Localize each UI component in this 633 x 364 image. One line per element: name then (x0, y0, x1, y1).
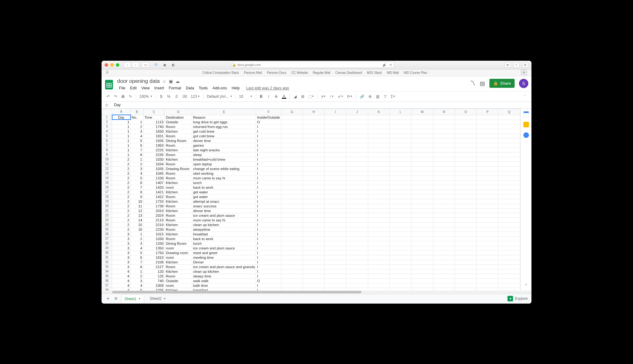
cell[interactable] (477, 232, 498, 236)
cell[interactable] (455, 143, 477, 148)
cell[interactable] (498, 218, 520, 222)
cell[interactable] (303, 260, 325, 264)
cell[interactable]: 2024 (143, 213, 165, 218)
cell[interactable]: Dinner (192, 260, 256, 264)
url-bar[interactable]: 🔒 docs.google.com 🔊 ⟳ (232, 62, 394, 68)
cell[interactable] (368, 274, 390, 278)
cell[interactable] (325, 232, 346, 236)
cell[interactable] (477, 157, 498, 162)
cell[interactable] (477, 134, 498, 138)
cell[interactable]: Room (165, 134, 192, 138)
cell[interactable]: Kitchen (165, 208, 192, 213)
cell[interactable]: 8 (131, 190, 143, 194)
decrease-decimal-button[interactable]: .0 (173, 93, 180, 100)
cell[interactable] (498, 269, 520, 274)
row-header[interactable]: 26 (102, 232, 112, 236)
cell[interactable] (346, 129, 368, 134)
cell[interactable] (281, 162, 303, 166)
cell[interactable] (303, 213, 325, 218)
maximize-window-icon[interactable] (116, 63, 119, 67)
cell[interactable] (346, 264, 368, 269)
row-header[interactable]: 13 (102, 171, 112, 176)
cell[interactable] (477, 236, 498, 241)
side-panel-collapse-icon[interactable]: › (525, 282, 527, 287)
cell[interactable] (346, 115, 368, 120)
cell[interactable] (368, 278, 390, 283)
cell[interactable] (325, 227, 346, 232)
cell[interactable]: 1831 (143, 134, 165, 138)
cell[interactable] (346, 176, 368, 180)
cell[interactable] (455, 157, 477, 162)
account-avatar[interactable]: S (519, 79, 528, 88)
cell[interactable]: I (256, 166, 281, 171)
cell[interactable]: Outside (165, 120, 192, 124)
cell[interactable] (390, 278, 412, 283)
cell[interactable] (498, 143, 520, 148)
cell[interactable] (346, 138, 368, 143)
cell[interactable]: I (256, 227, 281, 232)
audio-icon[interactable]: 🔊 (383, 63, 388, 67)
cell[interactable]: 120 (143, 269, 165, 274)
cell[interactable] (346, 208, 368, 213)
cell[interactable]: I (256, 246, 281, 250)
cell[interactable]: Room (165, 274, 192, 278)
cell[interactable] (433, 241, 455, 246)
cell[interactable]: 6 (131, 143, 143, 148)
cell[interactable] (477, 194, 498, 199)
cell[interactable] (477, 250, 498, 255)
cell[interactable]: get water (192, 190, 256, 194)
cell[interactable] (368, 115, 390, 120)
cell[interactable]: back to work (192, 236, 256, 241)
cell[interactable]: 4 (131, 171, 143, 176)
cell[interactable] (303, 278, 325, 283)
cell[interactable] (281, 148, 303, 152)
cell[interactable] (303, 115, 325, 120)
cell[interactable] (455, 278, 477, 283)
cell[interactable] (281, 185, 303, 190)
cell[interactable]: I (256, 180, 281, 185)
cell[interactable]: start working (192, 171, 256, 176)
cell[interactable] (455, 138, 477, 143)
cell[interactable]: Kitchen (165, 180, 192, 185)
cell[interactable] (412, 185, 433, 190)
row-header[interactable]: 1 (102, 115, 112, 120)
cell[interactable] (368, 143, 390, 148)
cell[interactable] (477, 124, 498, 129)
cell[interactable] (412, 255, 433, 260)
cell[interactable] (346, 204, 368, 208)
cell[interactable] (325, 194, 346, 199)
cell[interactable] (433, 129, 455, 134)
row-header[interactable]: 10 (102, 157, 112, 162)
menu-insert[interactable]: Insert (153, 85, 166, 91)
cell[interactable]: Room (165, 213, 192, 218)
column-header[interactable]: M (412, 109, 433, 115)
cell[interactable] (325, 236, 346, 241)
undo-button[interactable]: ↶ (105, 93, 112, 100)
cell[interactable]: 3 (112, 232, 131, 236)
cell[interactable] (281, 260, 303, 264)
cell[interactable]: 4 (112, 283, 131, 288)
cell[interactable]: 2 (131, 124, 143, 129)
cell[interactable] (455, 241, 477, 246)
cell[interactable] (303, 157, 325, 162)
cell[interactable] (390, 213, 412, 218)
cell[interactable] (498, 120, 520, 124)
cell[interactable] (325, 162, 346, 166)
cell[interactable]: 1030 (143, 157, 165, 162)
cell[interactable] (498, 129, 520, 134)
cell[interactable] (498, 236, 520, 241)
cell[interactable] (390, 162, 412, 166)
cell[interactable] (303, 194, 325, 199)
cell[interactable] (281, 246, 303, 250)
cell[interactable]: 6 (131, 255, 143, 260)
cell[interactable] (325, 269, 346, 274)
cell[interactable]: lunch (192, 241, 256, 246)
share-icon[interactable]: ⇪ (513, 62, 520, 68)
cell[interactable]: 1015 (143, 232, 165, 236)
cell[interactable]: dinner time (192, 208, 256, 213)
cell[interactable] (303, 218, 325, 222)
menu-edit[interactable]: Edit (128, 85, 139, 91)
cell[interactable] (281, 227, 303, 232)
cell[interactable]: Room (165, 227, 192, 232)
cell[interactable]: 2225 (143, 148, 165, 152)
